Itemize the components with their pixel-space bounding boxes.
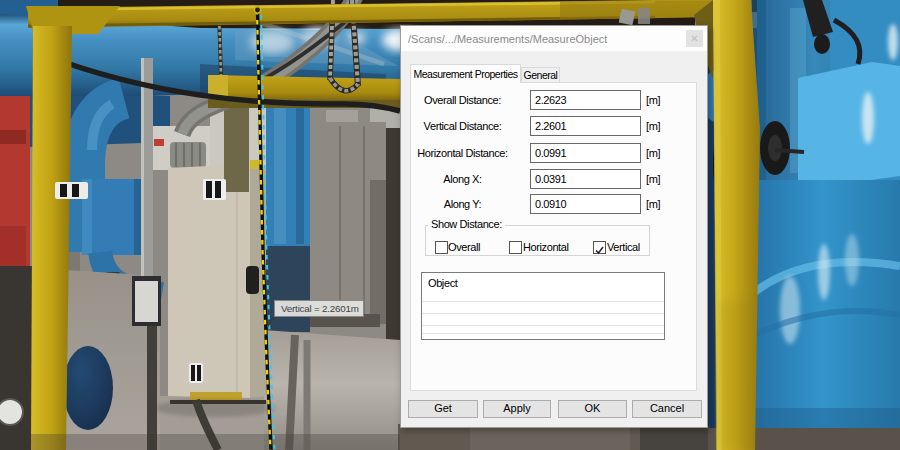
svg-text:Vertical = 2.2601m: Vertical = 2.2601m [281,303,359,314]
